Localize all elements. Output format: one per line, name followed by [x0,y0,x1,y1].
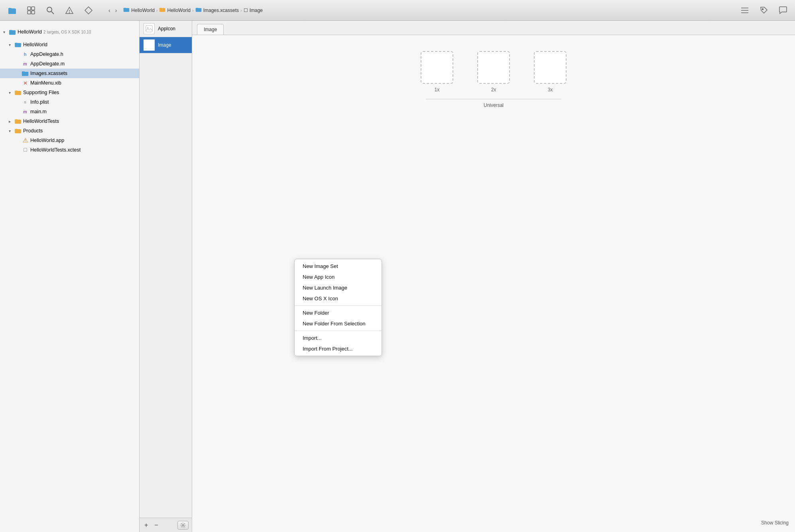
sidebar-item-products[interactable]: Products [0,126,139,136]
project-icon [9,29,16,35]
context-menu-item-new-app-icon[interactable]: New App Icon [295,272,382,282]
sidebar-item-mainmenu-xib[interactable]: ✕ MainMenu.xib [0,78,139,88]
project-subtitle: 2 targets, OS X SDK 10.10 [43,30,91,34]
add-asset-button[interactable]: + [143,521,150,530]
breadcrumb-forward[interactable]: › [114,6,119,14]
breadcrumb-item-image[interactable]: ☐ Image [244,8,263,13]
context-menu-item-new-folder[interactable]: New Folder [295,307,382,318]
search-icon[interactable] [45,5,56,16]
image-slot-2x[interactable]: 2x [477,51,510,93]
info-plist-label: Info.plist [30,99,49,105]
warning-icon[interactable] [64,5,75,16]
breadcrumb-sep-1: › [156,8,158,13]
sidebar-item-appdelegate-h[interactable]: h AppDelegate.h [0,49,139,59]
sidebar-item-project-root[interactable]: HelloWorld 2 targets, OS X SDK 10.10 [0,24,139,40]
image-slots-container: 1x 2x 3x Universal [421,51,567,108]
images-xcassets-icon [22,70,29,77]
folder-icon[interactable] [6,5,18,16]
helloworldtests-xctest-icon: ☐ [22,147,29,153]
asset-list-panel: AppIcon Image + − [140,21,192,532]
universal-label: Universal [426,99,561,108]
list-icon[interactable] [739,5,750,16]
sidebar-item-helloworldtests-xctest[interactable]: ☐ HelloWorldTests.xctest [0,145,139,155]
breadcrumb-back[interactable]: ‹ [107,6,112,14]
sidebar-item-appdelegate-m[interactable]: m AppDelegate.m [0,59,139,69]
main-m-label: main.m [30,109,47,114]
context-menu-item-import-from-project[interactable]: Import From Project... [295,343,382,354]
products-arrow [9,129,14,133]
project-arrow [3,30,9,34]
svg-point-8 [69,12,70,13]
slot-label-3x: 3x [548,87,553,93]
appdelegate-h-label: AppDelegate.h [30,51,63,57]
image-slot-1x[interactable]: 1x [421,51,453,93]
sidebar-item-main-m[interactable]: m main.m [0,107,139,116]
toolbar: ‹ › HelloWorld › HelloWorld › Images.xca… [0,0,795,21]
context-menu-item-import[interactable]: Import... [295,333,382,343]
asset-settings-button[interactable] [177,521,189,530]
image-label: Image [158,42,171,48]
supporting-files-arrow [9,91,14,95]
svg-point-5 [47,7,52,12]
mainmenu-xib-icon: ✕ [22,80,29,86]
breadcrumb-item-project[interactable]: HelloWorld [123,7,154,14]
diamond-icon[interactable] [83,5,94,16]
slot-label-2x: 2x [491,87,496,93]
helloworld-group-arrow [9,43,14,47]
chat-icon[interactable] [777,5,789,16]
context-menu-item-new-image-set[interactable]: New Image Set [295,261,382,272]
slot-box-3x[interactable] [534,51,567,84]
info-plist-icon: ≡ [22,99,29,105]
helloworldtests-icon [14,118,22,124]
breadcrumb-image-icon: ☐ [244,8,248,13]
breadcrumb-label-helloworld2: HelloWorld [167,8,190,13]
asset-item-appicon[interactable]: AppIcon [140,21,192,37]
appdelegate-m-icon: m [22,61,29,67]
sidebar-item-supporting-files[interactable]: Supporting Files [0,88,139,97]
helloworldtests-label: HelloWorldTests [23,118,59,124]
tag-icon[interactable] [758,5,769,16]
remove-asset-button[interactable]: − [153,521,159,530]
context-menu-item-new-os-x-icon[interactable]: New OS X Icon [295,293,382,304]
slot-box-2x[interactable] [477,51,510,84]
editor-panel: Image 1x 2x 3x U [192,21,795,532]
image-slots-row-universal: 1x 2x 3x [421,51,567,93]
sidebar-item-info-plist[interactable]: ≡ Info.plist [0,97,139,107]
svg-point-24 [182,524,184,526]
slot-box-1x[interactable] [421,51,453,84]
helloworld-app-icon: ⚠ [22,137,29,144]
images-xcassets-label: Images.xcassets [30,71,67,76]
svg-rect-2 [31,7,35,10]
image-thumb [144,39,155,51]
sidebar-item-helloworld-group[interactable]: HelloWorld [0,40,139,49]
breadcrumb-item-xcassets[interactable]: Images.xcassets [195,7,239,14]
main-m-icon: m [22,108,29,115]
sidebar-item-helloworldtests[interactable]: HelloWorldTests [0,116,139,126]
helloworldtests-arrow [9,119,14,124]
slot-label-1x: 1x [435,87,440,93]
sidebar-item-helloworld-app[interactable]: ⚠ HelloWorld.app [0,136,139,145]
appdelegate-m-label: AppDelegate.m [30,61,65,67]
appicon-label: AppIcon [158,26,175,32]
breadcrumb-item-helloworld[interactable]: HelloWorld [159,7,190,14]
sidebar-item-images-xcassets[interactable]: Images.xcassets [0,69,139,78]
context-menu: New Image Set New App Icon New Launch Im… [294,259,382,356]
context-menu-item-new-launch-image[interactable]: New Launch Image [295,282,382,293]
context-menu-divider-1 [295,305,382,306]
context-menu-item-new-folder-from-selection[interactable]: New Folder From Selection [295,318,382,329]
context-menu-divider-2 [295,331,382,331]
image-slot-3x[interactable]: 3x [534,51,567,93]
svg-line-6 [51,12,54,14]
grid-icon[interactable] [26,5,37,16]
asset-item-image[interactable]: Image [140,37,192,53]
editor-tab-image[interactable]: Image [197,24,224,35]
breadcrumb-label-xcassets: Images.xcassets [203,8,239,13]
editor-content: 1x 2x 3x Universal [192,35,795,532]
helloworld-group-label: HelloWorld [23,42,47,47]
main-area: HelloWorld 2 targets, OS X SDK 10.10 Hel… [0,21,795,532]
breadcrumb-nav: ‹ › [107,6,118,14]
breadcrumb-xcassets-icon [195,7,202,14]
show-slicing-button[interactable]: Show Slicing [761,520,789,526]
appdelegate-h-icon: h [22,51,29,57]
helloworld-folder-icon [14,41,22,48]
